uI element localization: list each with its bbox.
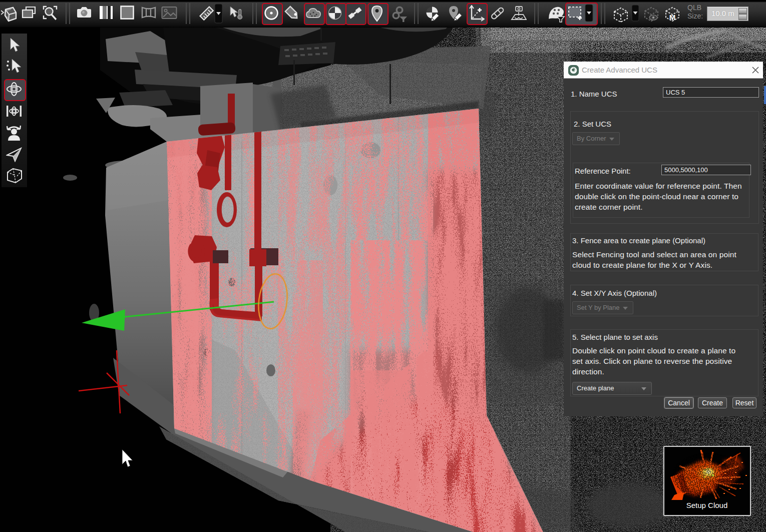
svg-text:M: M bbox=[669, 13, 676, 22]
svg-text:Setup Cloud: Setup Cloud bbox=[686, 501, 728, 509]
